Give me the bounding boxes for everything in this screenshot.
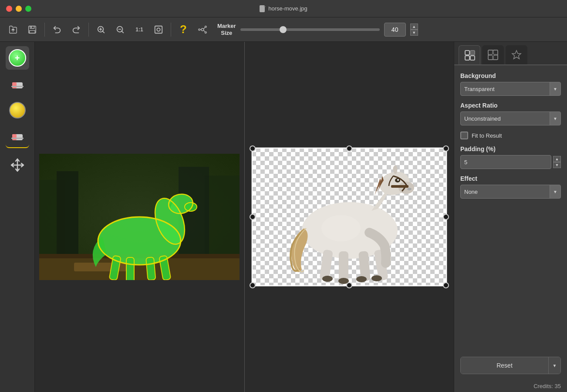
separator-3: [171, 23, 171, 37]
handle-top-left[interactable]: [250, 145, 256, 152]
save-button[interactable]: [24, 21, 41, 38]
svg-rect-3: [30, 26, 34, 28]
handle-bottom-center[interactable]: [346, 282, 352, 288]
source-image: [39, 154, 240, 280]
help-button[interactable]: ?: [175, 21, 192, 38]
eraser-marker-icon: [10, 76, 25, 92]
share-button[interactable]: [194, 21, 211, 38]
handle-top-center[interactable]: [346, 145, 352, 152]
slider-thumb: [280, 26, 287, 33]
panel-spacer: [454, 206, 567, 357]
svg-line-20: [204, 27, 205, 29]
handle-bottom-left[interactable]: [250, 282, 256, 288]
fit-to-result-label: Fit to Result: [472, 132, 502, 139]
green-marker-button[interactable]: +: [6, 46, 29, 70]
padding-input[interactable]: [460, 155, 551, 169]
zoom-fit-icon: [154, 25, 163, 34]
svg-line-21: [204, 30, 205, 32]
eraser-marker-button[interactable]: [6, 72, 29, 96]
eraser2-button[interactable]: [6, 125, 29, 148]
zoom-in-button[interactable]: [92, 21, 110, 38]
close-button[interactable]: [6, 6, 12, 12]
save-icon: [27, 25, 37, 34]
padding-increment-button[interactable]: ▲: [553, 156, 561, 162]
marker-decrement-button[interactable]: ▼: [410, 30, 418, 36]
aspect-ratio-select-row: Unconstrained 1:1 4:3 16:9 ▼: [460, 112, 561, 125]
svg-rect-26: [12, 134, 17, 140]
svg-rect-24: [11, 86, 24, 87]
zoom-1to1-button[interactable]: 1:1: [131, 21, 148, 38]
svg-rect-75: [493, 55, 498, 60]
open-button[interactable]: [4, 21, 22, 38]
zoom-in-icon: [96, 25, 106, 34]
padding-decrement-button[interactable]: ▼: [553, 162, 561, 168]
document-icon: [260, 5, 266, 12]
plus-icon: +: [15, 54, 20, 62]
reset-button[interactable]: Reset: [461, 357, 548, 374]
share-icon: [198, 25, 207, 34]
zoom-fit-button[interactable]: [150, 21, 167, 38]
crop-tab-button[interactable]: [482, 45, 504, 64]
svg-point-17: [205, 26, 207, 27]
help-icon: ?: [180, 23, 187, 36]
redo-button[interactable]: [68, 21, 85, 38]
zoom-out-button[interactable]: [111, 21, 129, 38]
background-select[interactable]: Transparent White Black Custom: [460, 82, 560, 96]
svg-line-7: [102, 30, 105, 33]
right-canvas[interactable]: [245, 42, 454, 392]
favorites-tab-button[interactable]: [506, 45, 527, 64]
fit-to-result-checkbox[interactable]: [460, 132, 468, 139]
aspect-ratio-select[interactable]: Unconstrained 1:1 4:3 16:9: [460, 112, 560, 125]
main-layout: +: [0, 42, 567, 392]
svg-rect-27: [11, 138, 24, 139]
handle-middle-right[interactable]: [443, 214, 449, 220]
svg-point-18: [205, 31, 207, 33]
marker-stepper[interactable]: ▲ ▼: [410, 24, 418, 36]
move-icon: [10, 157, 25, 173]
handle-bottom-right[interactable]: [443, 282, 449, 288]
crop-tab-icon: [487, 49, 499, 61]
zoom-out-icon: [115, 25, 125, 34]
eraser2-icon: [10, 128, 25, 144]
undo-button[interactable]: [48, 21, 66, 38]
aspect-ratio-section: Aspect Ratio Unconstrained 1:1 4:3 16:9 …: [460, 102, 561, 125]
canvas-area: [35, 42, 454, 392]
effect-section: Effect None Shadow Blur ▼: [460, 175, 561, 199]
svg-line-11: [122, 30, 124, 33]
handle-top-right[interactable]: [443, 145, 449, 152]
right-panel: Background Transparent White Black Custo…: [454, 42, 567, 392]
effect-select[interactable]: None Shadow Blur: [460, 185, 560, 199]
svg-rect-68: [465, 51, 469, 55]
favorites-tab-icon: [510, 49, 523, 61]
open-icon: [8, 25, 18, 34]
background-select-row: Transparent White Black Custom ▼: [460, 82, 561, 96]
yellow-marker-icon: [9, 102, 26, 118]
move-tool-button[interactable]: [6, 153, 29, 177]
background-title: Background: [460, 72, 561, 79]
panel-bottom: Reset ▼: [454, 357, 567, 380]
handle-middle-left[interactable]: [250, 214, 256, 220]
marker-value-display: 40: [384, 23, 406, 37]
yellow-marker-button[interactable]: [6, 98, 29, 122]
maximize-button[interactable]: [25, 6, 31, 12]
marker-size-section: Marker Size 40 ▲ ▼: [217, 23, 418, 37]
effect-title: Effect: [460, 175, 561, 182]
main-toolbar: 1:1 ? Marker Size 40 ▲ ▼: [0, 17, 567, 42]
minimize-button[interactable]: [16, 6, 22, 12]
result-image-container: [251, 147, 447, 287]
separator-1: [44, 23, 45, 37]
padding-row: ▲ ▼: [460, 155, 561, 169]
reset-dropdown-button[interactable]: ▼: [548, 357, 560, 374]
output-tab-button[interactable]: [459, 45, 480, 64]
svg-rect-71: [470, 56, 475, 60]
undo-icon: [52, 25, 62, 34]
svg-marker-77: [512, 51, 521, 59]
background-section: Background Transparent White Black Custo…: [460, 72, 561, 96]
marker-size-label: Marker Size: [217, 23, 236, 36]
title-text: horse-move.jpg: [268, 5, 307, 12]
marker-size-slider[interactable]: [240, 28, 380, 31]
marker-increment-button[interactable]: ▲: [410, 24, 418, 30]
left-canvas[interactable]: [35, 42, 245, 392]
padding-stepper[interactable]: ▲ ▼: [553, 156, 561, 168]
svg-point-14: [157, 28, 160, 31]
